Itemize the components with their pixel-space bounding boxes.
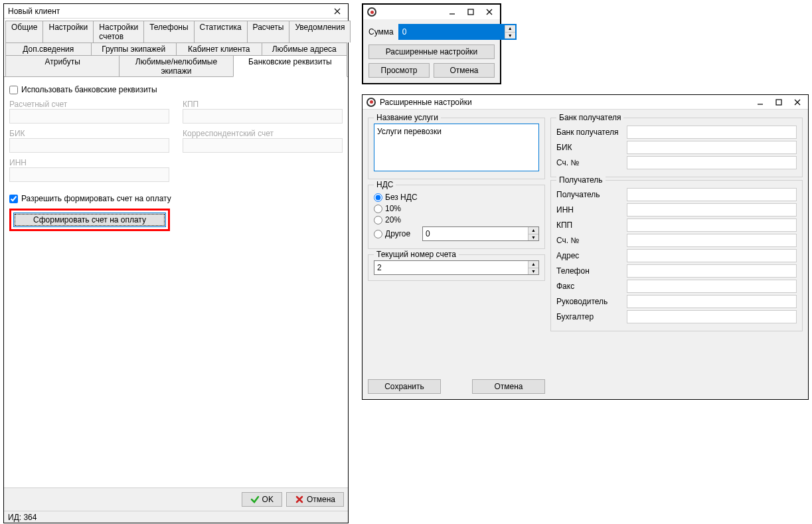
tab-bank[interactable]: Банковские реквизиты [233, 55, 347, 77]
tab-row-1: Общие Настройки Настройки счетов Телефон… [5, 20, 347, 42]
window-title: Расширенные настройки [380, 98, 751, 107]
maximize-icon[interactable] [770, 96, 788, 109]
spin-down-icon[interactable]: ▼ [505, 33, 515, 39]
use-bank-checkbox[interactable] [9, 86, 18, 94]
form-invoice-button[interactable]: Сформировать счет на оплату [13, 213, 166, 227]
tab-calc[interactable]: Расчеты [247, 21, 290, 43]
current-number-input[interactable] [374, 261, 528, 274]
cancel-label: Отмена [307, 495, 335, 504]
recv-label: Получатель [556, 190, 623, 199]
kpp-input[interactable] [183, 109, 343, 124]
tab-crews[interactable]: Группы экипажей [91, 43, 177, 55]
allow-invoice-row: Разрешить формировать счет на оплату [9, 194, 343, 203]
spin-up-icon[interactable]: ▲ [528, 227, 538, 234]
close-icon[interactable] [788, 96, 807, 109]
new-client-window: Новый клиент Общие Настройки Настройки с… [3, 3, 349, 523]
nds-group: НДС Без НДС 10% 20% Другое ▲▼ [368, 185, 545, 249]
status-id: ИД: 364 [8, 513, 37, 522]
nds-20-radio[interactable] [374, 216, 382, 224]
current-number-spinner[interactable]: ▲▼ [374, 260, 539, 275]
save-button[interactable]: Сохранить [368, 379, 441, 394]
nds-other-radio[interactable] [374, 230, 382, 238]
svg-rect-0 [468, 9, 473, 15]
inn-label: ИНН [556, 205, 623, 215]
use-bank-checkbox-row: Использовать банковские реквизиты [9, 85, 343, 94]
minimize-icon[interactable] [751, 96, 770, 109]
head-input[interactable] [627, 295, 797, 308]
addr-input[interactable] [627, 249, 797, 262]
allow-invoice-label: Разрешить формировать счет на оплату [21, 194, 171, 203]
cancel-button[interactable]: Отмена [472, 379, 545, 394]
nds-10-radio[interactable] [374, 205, 382, 213]
current-number-legend: Текущий номер счета [374, 250, 459, 259]
dialog-body: Название услуги НДС Без НДС 10% 20% Друг… [363, 110, 808, 399]
nds-other-label: Другое [385, 229, 420, 238]
bank-bik-input[interactable] [627, 141, 797, 154]
kpp-label: КПП [556, 220, 623, 230]
acct-input[interactable] [9, 109, 169, 124]
bank-name-input[interactable] [627, 126, 797, 139]
service-name-input[interactable] [374, 124, 539, 171]
inn-label: ИНН [9, 158, 169, 167]
tabs: Общие Настройки Настройки счетов Телефон… [4, 19, 348, 76]
tab-cabinet[interactable]: Кабинет клиента [176, 43, 262, 55]
check-icon [250, 495, 260, 504]
tab-stats[interactable]: Статистика [194, 21, 248, 43]
kpp-input[interactable] [627, 218, 797, 232]
corr-input[interactable] [183, 138, 343, 153]
nds-10-label: 10% [385, 204, 401, 213]
kpp-label: КПП [183, 100, 343, 109]
bookkeeper-label: Бухгалтер [556, 312, 623, 321]
sum-input[interactable] [400, 25, 505, 39]
spin-up-icon[interactable]: ▲ [528, 261, 538, 268]
bank-legend: Банк получателя [556, 113, 623, 122]
tab-content: Использовать банковские реквизиты Расчет… [4, 76, 348, 487]
phone-input[interactable] [627, 264, 797, 278]
tab-notif[interactable]: Уведомления [289, 21, 351, 43]
bookkeeper-input[interactable] [627, 310, 797, 323]
bank-acct-input[interactable] [627, 156, 797, 169]
extended-settings-window: Расширенные настройки Название услуги НД… [362, 94, 809, 400]
cross-icon [295, 495, 304, 504]
tab-general[interactable]: Общие [5, 21, 43, 43]
tab-accounts[interactable]: Настройки счетов [93, 21, 144, 43]
close-icon[interactable] [480, 5, 499, 19]
spin-down-icon[interactable]: ▼ [528, 268, 538, 275]
status-bar: ИД: 364 [4, 511, 348, 523]
acct-label: Сч. № [556, 236, 623, 245]
titlebar: Расширенные настройки [363, 95, 808, 110]
tab-phones[interactable]: Телефоны [143, 21, 194, 43]
tab-fav-addr[interactable]: Любимые адреса [262, 43, 348, 55]
maximize-icon[interactable] [461, 5, 480, 19]
allow-invoice-checkbox[interactable] [9, 195, 18, 203]
inn-input[interactable] [627, 203, 797, 217]
extended-settings-button[interactable]: Расширенные настройки [368, 44, 495, 59]
tab-settings[interactable]: Настройки [42, 21, 94, 43]
nds-other-spinner[interactable]: ▲▼ [422, 226, 539, 241]
sum-label: Сумма [368, 27, 394, 37]
bank-bik-label: БИК [556, 143, 623, 152]
inn-input[interactable] [9, 167, 169, 182]
close-icon[interactable] [328, 5, 347, 18]
spin-down-icon[interactable]: ▼ [528, 234, 538, 241]
tab-attrs[interactable]: Атрибуты [5, 55, 120, 77]
cancel-button[interactable]: Отмена [286, 492, 344, 507]
bik-label: БИК [9, 129, 169, 138]
tab-extra[interactable]: Доп.сведения [5, 43, 92, 55]
nds-none-radio[interactable] [374, 193, 382, 202]
minimize-icon[interactable] [443, 5, 461, 19]
tab-fav-crews[interactable]: Любимые/нелюбимые экипажи [119, 55, 233, 77]
spin-up-icon[interactable]: ▲ [505, 25, 515, 33]
acct-label: Расчетный счет [9, 100, 169, 109]
corr-label: Корреспондентский счет [183, 129, 343, 138]
fax-input[interactable] [627, 280, 797, 293]
nds-other-input[interactable] [423, 227, 528, 240]
preview-button[interactable]: Просмотр [368, 63, 430, 78]
acct-input[interactable] [627, 234, 797, 247]
recv-input[interactable] [627, 188, 797, 201]
bik-input[interactable] [9, 138, 169, 153]
sum-spinner[interactable]: ▲ ▼ [399, 25, 516, 39]
ok-button[interactable]: OK [242, 492, 282, 507]
cancel-button[interactable]: Отмена [434, 63, 495, 78]
current-number-group: Текущий номер счета ▲▼ [368, 254, 545, 281]
